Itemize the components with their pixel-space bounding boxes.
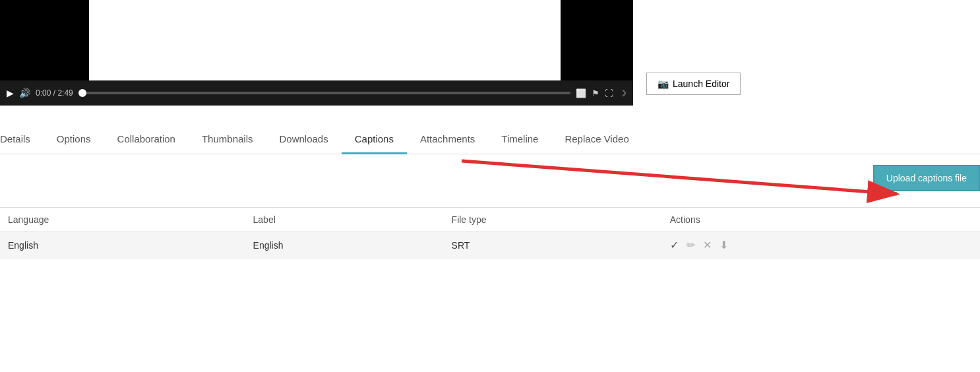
video-black-left <box>0 0 89 80</box>
delete-icon[interactable]: ✕ <box>703 239 712 251</box>
time-display: 0:00 / 2:49 <box>36 88 73 98</box>
edit-icon[interactable]: ✏ <box>687 239 695 251</box>
col-language: Language <box>0 208 245 232</box>
tab-details[interactable]: Details <box>0 125 44 154</box>
captions-content: Upload captions file Language Label File… <box>0 154 980 272</box>
table-header-row: Language Label File type Actions <box>0 208 980 232</box>
page-wrapper: ▶ 🔊 0:00 / 2:49 ⬜ ⚑ ⛶ ☽ 📷 Launch Edito <box>0 0 980 372</box>
tab-attachments[interactable]: Attachments <box>407 125 488 154</box>
video-section: ▶ 🔊 0:00 / 2:49 ⬜ ⚑ ⛶ ☽ 📷 Launch Edito <box>0 0 980 106</box>
play-button[interactable]: ▶ <box>7 88 14 98</box>
launch-editor-button[interactable]: 📷 Launch Editor <box>646 73 741 95</box>
launch-editor-label: Launch Editor <box>673 78 729 89</box>
captions-table: Language Label File type Actions English… <box>0 207 980 259</box>
tab-thumbnails[interactable]: Thumbnails <box>189 125 266 154</box>
volume-button[interactable]: 🔊 <box>19 88 30 98</box>
tab-replace-video[interactable]: Replace Video <box>551 125 642 154</box>
download-icon[interactable]: ⬇ <box>720 239 728 251</box>
video-white-center <box>89 0 561 80</box>
cell-actions: ✓ ✏ ✕ ⬇ <box>662 232 980 259</box>
flag-icon[interactable]: ⚑ <box>592 88 599 98</box>
col-file-type: File type <box>444 208 662 232</box>
upload-captions-label: Upload captions file <box>886 173 967 183</box>
cell-label: English <box>245 232 444 259</box>
tabs-section: Details Options Collaboration Thumbnails… <box>0 125 980 154</box>
check-icon[interactable]: ✓ <box>670 239 679 251</box>
theme-icon[interactable]: ☽ <box>619 88 627 98</box>
total-time: 2:49 <box>57 88 73 98</box>
tab-captions[interactable]: Captions <box>342 125 407 154</box>
tab-collaboration[interactable]: Collaboration <box>104 125 189 154</box>
progress-bar[interactable] <box>78 92 570 94</box>
table-row: English English SRT ✓ ✏ ✕ ⬇ <box>0 232 980 259</box>
col-label: Label <box>245 208 444 232</box>
col-actions: Actions <box>662 208 980 232</box>
tab-options[interactable]: Options <box>44 125 104 154</box>
video-player: ▶ 🔊 0:00 / 2:49 ⬜ ⚑ ⛶ ☽ <box>0 0 633 106</box>
launch-editor-area: 📷 Launch Editor <box>646 0 980 95</box>
current-time: 0:00 <box>36 88 51 98</box>
cell-language: English <box>0 232 245 259</box>
upload-captions-button[interactable]: Upload captions file <box>873 165 980 191</box>
action-icons: ✓ ✏ ✕ ⬇ <box>670 239 972 251</box>
video-black-right <box>561 0 633 80</box>
fullscreen-icon[interactable]: ⛶ <box>605 88 613 98</box>
video-controls: ▶ 🔊 0:00 / 2:49 ⬜ ⚑ ⛶ ☽ <box>0 80 633 106</box>
tab-timeline[interactable]: Timeline <box>488 125 551 154</box>
tab-downloads[interactable]: Downloads <box>266 125 342 154</box>
cell-file-type: SRT <box>444 232 662 259</box>
camera-icon: 📷 <box>658 78 669 89</box>
svg-line-1 <box>462 161 897 194</box>
cc-icon[interactable]: ⬜ <box>576 88 586 98</box>
progress-thumb <box>78 89 86 97</box>
